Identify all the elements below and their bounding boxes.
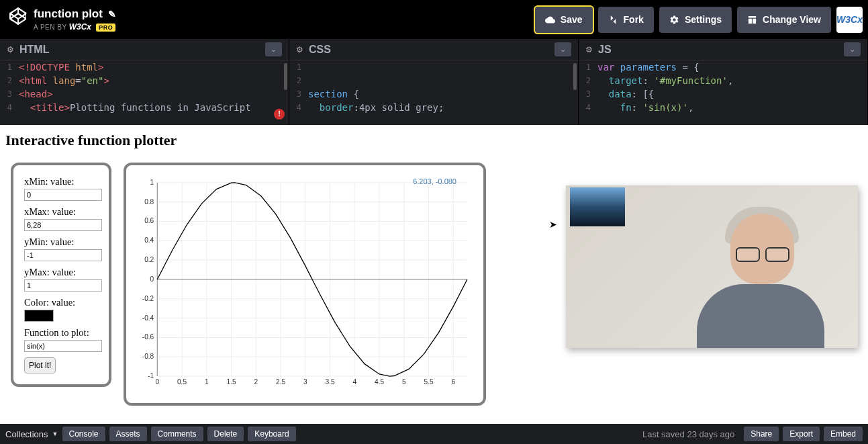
- layout-icon: [747, 15, 757, 25]
- js-editor-pane: ⚙ JS ⌄ 1var parameters = {2 target: '#my…: [579, 39, 868, 125]
- line-number: 3: [0, 87, 19, 101]
- avatar[interactable]: W3Cx: [836, 7, 863, 33]
- collections-dropdown[interactable]: Collections ▼: [5, 429, 58, 439]
- svg-text:6: 6: [452, 378, 456, 386]
- code-line[interactable]: 4 border:4px solid grey;: [289, 101, 578, 114]
- svg-text:0.5: 0.5: [177, 378, 187, 386]
- gear-icon[interactable]: ⚙: [296, 45, 303, 54]
- svg-text:0: 0: [155, 378, 159, 386]
- line-number: 1: [0, 60, 19, 74]
- chart-coords-label: 6.203, -0.080: [413, 177, 456, 185]
- keyboard-button[interactable]: Keyboard: [248, 427, 295, 441]
- code-line[interactable]: 1: [289, 60, 578, 74]
- svg-text:0: 0: [150, 275, 154, 283]
- delete-button[interactable]: Delete: [207, 427, 244, 441]
- js-editor-title: JS: [598, 44, 612, 56]
- svg-text:0.2: 0.2: [144, 256, 154, 263]
- top-header: function plot ✎ A PEN BY W3Cx PRO Save F…: [0, 0, 868, 39]
- pencil-icon[interactable]: ✎: [108, 9, 116, 19]
- svg-text:5.5: 5.5: [424, 378, 434, 386]
- author-link[interactable]: W3Cx: [69, 22, 91, 32]
- console-button[interactable]: Console: [62, 427, 105, 441]
- line-number: 1: [289, 60, 308, 74]
- save-button[interactable]: Save: [535, 7, 593, 33]
- svg-text:0.4: 0.4: [144, 236, 154, 244]
- last-saved-label: Last saved 23 days ago: [642, 429, 734, 439]
- xmax-input[interactable]: [24, 219, 102, 231]
- comments-button[interactable]: Comments: [151, 427, 203, 441]
- title-block: function plot ✎ A PEN BY W3Cx PRO: [34, 7, 116, 32]
- function-chart[interactable]: -1-0.8-0.6-0.4-0.200.20.40.60.8100.511.5…: [136, 175, 474, 394]
- save-label: Save: [561, 14, 583, 25]
- pen-title[interactable]: function plot ✎: [34, 7, 116, 21]
- css-editor-title: CSS: [309, 44, 331, 56]
- code-line[interactable]: 2<html lang="en">: [0, 74, 289, 87]
- fork-button[interactable]: Fork: [598, 7, 654, 33]
- svg-text:4: 4: [353, 378, 357, 386]
- color-input[interactable]: [24, 310, 54, 322]
- svg-text:1.5: 1.5: [227, 378, 236, 386]
- fork-icon: [608, 15, 618, 25]
- chevron-down-icon[interactable]: ⌄: [265, 42, 282, 56]
- code-line[interactable]: 2 target: '#myFunction',: [579, 74, 867, 87]
- code-line[interactable]: 3 data: [{: [579, 87, 867, 101]
- html-editor-body[interactable]: 1<!DOCTYPE html>2<html lang="en">3<head>…: [0, 60, 289, 125]
- change-view-button[interactable]: Change View: [737, 7, 831, 33]
- js-editor-header: ⚙ JS ⌄: [579, 39, 867, 60]
- function-label: Function to plot:: [24, 327, 98, 339]
- collections-label: Collections: [5, 429, 48, 439]
- line-number: 3: [289, 87, 308, 101]
- code-line[interactable]: 4 fn: 'sin(x)',: [579, 101, 867, 114]
- scrollbar[interactable]: [284, 63, 287, 90]
- svg-text:4.5: 4.5: [375, 378, 384, 386]
- share-button[interactable]: Share: [744, 427, 779, 441]
- line-number: 2: [0, 74, 19, 87]
- logo-area: function plot ✎ A PEN BY W3Cx PRO: [9, 7, 116, 32]
- fork-label: Fork: [624, 14, 644, 25]
- caret-down-icon: ▼: [52, 431, 58, 437]
- pro-badge: PRO: [96, 24, 115, 32]
- chevron-down-icon[interactable]: ⌄: [554, 42, 571, 56]
- gear-icon[interactable]: ⚙: [585, 45, 593, 54]
- line-number: 4: [579, 101, 597, 114]
- error-badge-icon[interactable]: !: [274, 109, 285, 120]
- code-line[interactable]: 3section {: [289, 87, 578, 101]
- plot-button[interactable]: Plot it!: [24, 357, 56, 373]
- xmin-label: xMin: value:: [24, 176, 98, 187]
- css-editor-header: ⚙ CSS ⌄: [289, 39, 578, 60]
- embed-button[interactable]: Embed: [824, 427, 863, 441]
- css-editor-body[interactable]: 123section {4 border:4px solid grey;: [289, 60, 578, 125]
- scrollbar[interactable]: [573, 63, 577, 90]
- export-button[interactable]: Export: [783, 427, 820, 441]
- xmin-input[interactable]: [24, 189, 102, 201]
- settings-button[interactable]: Settings: [659, 7, 732, 33]
- settings-label: Settings: [685, 14, 722, 25]
- gear-icon: [669, 15, 679, 25]
- html-editor-title: HTML: [19, 44, 49, 56]
- webcam-overlay: [566, 185, 858, 348]
- code-line[interactable]: 4 <title>Plotting functions in JavaScrip…: [0, 101, 289, 114]
- code-line[interactable]: 1var parameters = {: [579, 60, 867, 74]
- code-line[interactable]: 2: [289, 74, 578, 87]
- code-line[interactable]: 3<head>: [0, 87, 289, 101]
- chart-section[interactable]: 6.203, -0.080 -1-0.8-0.6-0.4-0.200.20.40…: [124, 163, 486, 406]
- codepen-logo-icon[interactable]: [9, 7, 27, 28]
- svg-text:-1: -1: [148, 372, 154, 380]
- editors-row: ⚙ HTML ⌄ 1<!DOCTYPE html>2<html lang="en…: [0, 39, 868, 125]
- assets-button[interactable]: Assets: [109, 427, 147, 441]
- function-input[interactable]: [24, 340, 102, 352]
- html-editor-header: ⚙ HTML ⌄: [0, 39, 289, 60]
- ymin-input[interactable]: [24, 249, 102, 261]
- code-line[interactable]: 1<!DOCTYPE html>: [0, 60, 289, 74]
- html-editor-pane: ⚙ HTML ⌄ 1<!DOCTYPE html>2<html lang="en…: [0, 39, 289, 125]
- svg-text:-0.2: -0.2: [142, 295, 154, 302]
- cloud-icon: [545, 15, 555, 25]
- chevron-down-icon[interactable]: ⌄: [844, 42, 861, 56]
- ymax-input[interactable]: [24, 279, 102, 292]
- line-number: 4: [0, 101, 19, 114]
- js-editor-body[interactable]: 1var parameters = {2 target: '#myFunctio…: [579, 60, 867, 125]
- svg-text:-0.8: -0.8: [142, 353, 154, 360]
- svg-text:-0.4: -0.4: [142, 314, 154, 322]
- gear-icon[interactable]: ⚙: [7, 45, 14, 54]
- svg-text:3.5: 3.5: [326, 378, 335, 386]
